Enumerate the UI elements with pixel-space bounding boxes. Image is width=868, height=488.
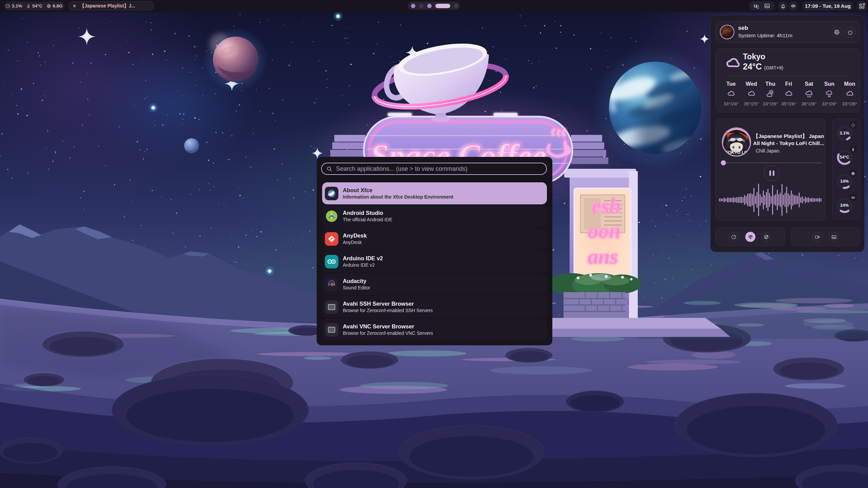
svg-text:TOKYO LO: TOKYO LO: [725, 150, 747, 155]
svg-text:oon: oon: [588, 219, 620, 242]
svg-text:ans: ans: [588, 245, 618, 268]
svg-text:esh: esh: [592, 194, 621, 217]
